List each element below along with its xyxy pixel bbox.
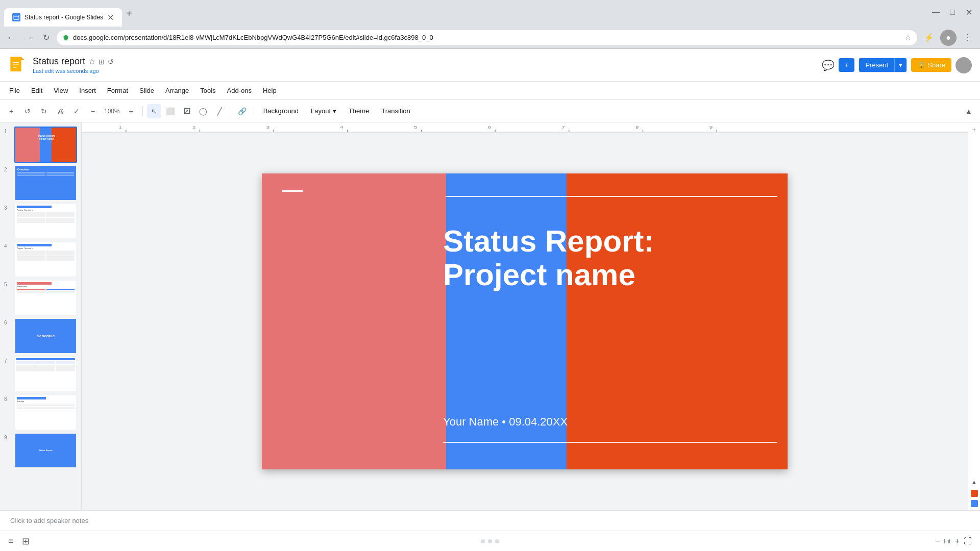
zoom-in-bottom[interactable]: + xyxy=(955,537,960,546)
bottom-right: − Fit + ⛶ xyxy=(935,537,972,546)
slide-item[interactable]: 1 Status Report:Project name xyxy=(4,127,77,163)
svg-text:7: 7 xyxy=(561,124,565,129)
slide-number: 1 xyxy=(4,127,12,134)
color-swatch-orange[interactable] xyxy=(971,490,978,497)
active-tab[interactable]: Status report - Google Slides ✕ xyxy=(4,8,122,27)
slide-thumbnail[interactable] xyxy=(14,356,77,392)
slide-thumbnail[interactable]: Overview xyxy=(14,165,77,201)
link-button[interactable]: 🔗 xyxy=(235,104,250,118)
zoom-out-button[interactable]: − xyxy=(86,104,100,118)
slide-item[interactable]: 4 Progress · Topic area b xyxy=(4,241,77,278)
share-button[interactable]: 🔒 Share xyxy=(911,58,951,72)
slide-thumbnail[interactable]: Progress · Topic area b xyxy=(14,241,77,278)
slide-thumbnail[interactable]: Status Report:Project name xyxy=(14,127,77,163)
maximize-button[interactable]: □ xyxy=(945,5,960,19)
line-tool[interactable]: ╱ xyxy=(212,104,227,118)
move-to-icon[interactable]: ⊞ xyxy=(99,58,105,66)
collapse-toolbar-button[interactable]: ▲ xyxy=(962,104,976,118)
present-button[interactable]: Present xyxy=(859,58,894,72)
menu-format[interactable]: Format xyxy=(102,85,133,96)
slide-thumbnail[interactable]: Attention areas xyxy=(14,280,77,316)
image-tool[interactable]: 🖼 xyxy=(180,104,194,118)
present-options-button[interactable]: ▾ xyxy=(894,58,906,72)
profile-button[interactable]: ● xyxy=(940,30,957,46)
zoom-level[interactable]: 100% xyxy=(102,104,122,118)
slide-item[interactable]: 7 xyxy=(4,356,77,392)
spellcheck-button[interactable]: ✓ xyxy=(69,104,84,118)
slide-item[interactable]: 6 Schedule xyxy=(4,318,77,354)
undo-button[interactable]: ↺ xyxy=(20,104,35,118)
extensions-button[interactable]: ⚡ xyxy=(921,30,937,46)
slide-dash xyxy=(282,190,303,192)
sidebar-action-1[interactable]: + xyxy=(970,126,979,135)
zoom-out-bottom[interactable]: − xyxy=(935,537,940,546)
textbox-tool[interactable]: ⬜ xyxy=(163,104,178,118)
svg-rect-8 xyxy=(13,67,17,68)
menu-help[interactable]: Help xyxy=(258,85,282,96)
slide-item[interactable]: 5 Attention areas xyxy=(4,280,77,316)
toolbar: + ↺ ↻ 🖨 ✓ − 100% + ↖ ⬜ 🖼 ◯ ╱ 🔗 Backgroun… xyxy=(0,100,980,122)
background-button[interactable]: Background xyxy=(258,105,304,117)
menu-arrange[interactable]: Arrange xyxy=(160,85,194,96)
shape-tool[interactable]: ◯ xyxy=(196,104,210,118)
new-tab-button[interactable]: + xyxy=(122,6,136,21)
slide-thumbnail[interactable]: Next steps xyxy=(14,394,77,431)
color-swatch-blue[interactable] xyxy=(971,500,978,507)
menu-file[interactable]: File xyxy=(4,85,25,96)
new-slide-button[interactable]: + xyxy=(839,58,855,72)
speaker-notes-bar[interactable]: Click to add speaker notes xyxy=(0,510,980,531)
slide-thumbnail[interactable]: Progress · Topic area a xyxy=(14,203,77,239)
comment-button[interactable]: 💬 xyxy=(822,59,835,71)
header-actions: 💬 + Present ▾ 🔒 Share xyxy=(822,57,972,73)
address-bar[interactable]: docs.google.com/presentation/d/18R1ei8-v… xyxy=(56,30,918,46)
menu-view[interactable]: View xyxy=(48,85,73,96)
slide-number: 7 xyxy=(4,356,12,364)
close-window-button[interactable]: ✕ xyxy=(962,5,976,19)
last-edit-text[interactable]: Last edit was seconds ago xyxy=(33,68,99,74)
history-icon[interactable]: ↺ xyxy=(108,58,114,66)
layout-button[interactable]: Layout ▾ xyxy=(306,105,341,117)
slide-item[interactable]: 3 Progress · Topic area a xyxy=(4,203,77,239)
avatar[interactable] xyxy=(955,57,972,73)
menu-slide[interactable]: Slide xyxy=(134,85,159,96)
slide-item[interactable]: 8 Next steps xyxy=(4,394,77,431)
menu-tools[interactable]: Tools xyxy=(195,85,220,96)
fullscreen-button[interactable]: ⛶ xyxy=(964,537,972,546)
menu-insert[interactable]: Insert xyxy=(74,85,101,96)
star-icon[interactable]: ☆ xyxy=(88,57,95,66)
add-slide-button[interactable]: + xyxy=(4,104,18,118)
zoom-level-display[interactable]: Fit xyxy=(944,538,950,545)
redo-button[interactable]: ↻ xyxy=(37,104,51,118)
bookmark-icon[interactable]: ☆ xyxy=(905,34,911,41)
minimize-button[interactable]: — xyxy=(929,5,943,19)
menu-button[interactable]: ⋮ xyxy=(960,30,976,46)
speaker-notes-placeholder[interactable]: Click to add speaker notes xyxy=(10,517,88,524)
slide-thumbnail[interactable]: Schedule xyxy=(14,318,77,354)
menu-edit[interactable]: Edit xyxy=(26,85,47,96)
cursor-tool[interactable]: ↖ xyxy=(147,104,161,118)
back-button[interactable]: ← xyxy=(4,31,18,45)
toolbar-divider-2 xyxy=(231,106,231,116)
new-slide-plus-icon: + xyxy=(845,61,849,69)
list-view-button[interactable]: ⊞ xyxy=(22,536,30,547)
svg-text:8: 8 xyxy=(635,124,639,129)
canvas-area: Status Report: Project name Your Name • … xyxy=(82,133,968,510)
refresh-button[interactable]: ↻ xyxy=(39,31,53,45)
transition-button[interactable]: Transition xyxy=(376,105,415,117)
slide-thumbnail[interactable]: Status Report xyxy=(14,433,77,469)
forward-button[interactable]: → xyxy=(21,31,36,45)
slide-item[interactable]: 9 Status Report xyxy=(4,433,77,469)
slide-subtitle[interactable]: Your Name • 09.04.20XX xyxy=(443,415,777,429)
grid-view-button[interactable]: ≡ xyxy=(8,536,14,546)
print-button[interactable]: 🖨 xyxy=(53,104,67,118)
sidebar-expand-icon[interactable]: ▲ xyxy=(970,478,979,487)
tab-close-button[interactable]: ✕ xyxy=(107,13,114,22)
zoom-in-button[interactable]: + xyxy=(124,104,138,118)
menu-addons[interactable]: Add-ons xyxy=(222,85,257,96)
lock-icon: 🔒 xyxy=(917,61,925,69)
slide-title[interactable]: Status Report: Project name xyxy=(443,224,777,292)
slide-canvas[interactable]: Status Report: Project name Your Name • … xyxy=(262,173,788,469)
slide-item[interactable]: 2 Overview xyxy=(4,165,77,201)
theme-button[interactable]: Theme xyxy=(344,105,374,117)
app-logo[interactable] xyxy=(8,56,27,74)
